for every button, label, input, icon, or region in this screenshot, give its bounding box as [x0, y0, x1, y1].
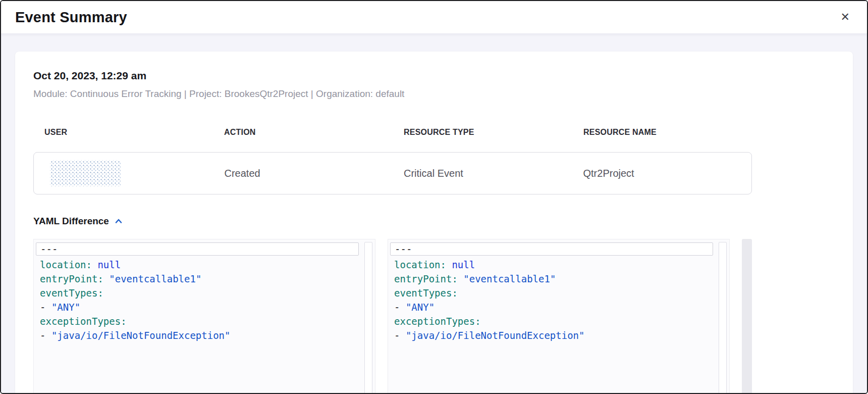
yaml-difference-label: YAML Difference: [33, 216, 109, 227]
event-meta: Module: Continuous Error Tracking | Proj…: [33, 88, 752, 100]
user-cell: [34, 160, 213, 186]
code-line: - "ANY": [388, 300, 714, 314]
code-line: - "ANY": [34, 300, 360, 314]
code-line: - "java/io/FileNotFoundException": [388, 328, 714, 342]
col-header-user: USER: [33, 128, 213, 137]
scrollbar-track-right[interactable]: [719, 242, 727, 393]
action-cell: Created: [213, 168, 393, 179]
event-timestamp: Oct 20, 2023, 12:29 am: [33, 70, 752, 82]
code-line: location: null: [34, 258, 360, 272]
modal-title: Event Summary: [15, 9, 127, 26]
code-line: ---: [36, 242, 359, 256]
table-header-row: USER ACTION RESOURCE TYPE RESOURCE NAME: [33, 128, 752, 137]
redacted-user-avatar: [50, 160, 121, 186]
code-line: entryPoint: "eventcallable1": [388, 272, 714, 286]
modal-body: Oct 20, 2023, 12:29 am Module: Continuou…: [1, 33, 867, 393]
code-line: exceptionTypes:: [388, 314, 714, 328]
table-row: Created Critical Event Qtr2Project: [33, 152, 752, 194]
event-card: Oct 20, 2023, 12:29 am Module: Continuou…: [15, 52, 853, 393]
yaml-code-left: ---location: nullentryPoint: "eventcalla…: [34, 242, 360, 342]
yaml-panel-left: ---location: nullentryPoint: "eventcalla…: [33, 239, 375, 393]
resource-type-cell: Critical Event: [393, 168, 572, 179]
col-header-resource-name: RESOURCE NAME: [572, 128, 752, 137]
yaml-diff-view: ---location: nullentryPoint: "eventcalla…: [33, 239, 752, 393]
col-header-action: ACTION: [213, 128, 393, 137]
event-summary-modal: Event Summary ✕ Oct 20, 2023, 12:29 am M…: [0, 0, 868, 394]
code-line: entryPoint: "eventcallable1": [34, 272, 360, 286]
yaml-panel-right: ---location: nullentryPoint: "eventcalla…: [388, 239, 730, 393]
col-header-resource-type: RESOURCE TYPE: [393, 128, 572, 137]
modal-header: Event Summary ✕: [1, 1, 867, 33]
diff-outer-scrollbar[interactable]: [742, 239, 752, 393]
scrollbar-track-left[interactable]: [364, 242, 372, 393]
yaml-code-right: ---location: nullentryPoint: "eventcalla…: [388, 242, 714, 342]
code-line: location: null: [388, 258, 714, 272]
chevron-up-icon[interactable]: [114, 217, 123, 226]
yaml-difference-toggle[interactable]: YAML Difference: [33, 216, 123, 227]
close-icon[interactable]: ✕: [838, 10, 853, 25]
resource-name-cell: Qtr2Project: [572, 168, 752, 179]
code-line: eventTypes:: [34, 286, 360, 300]
code-line: eventTypes:: [388, 286, 714, 300]
code-line: exceptionTypes:: [34, 314, 360, 328]
code-line: - "java/io/FileNotFoundException": [34, 328, 360, 342]
code-line: ---: [390, 242, 713, 256]
